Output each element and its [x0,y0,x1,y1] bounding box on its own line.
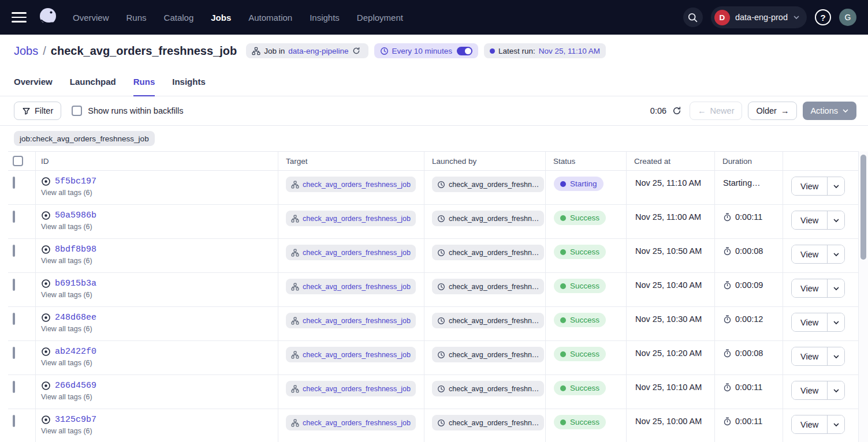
run-id-link[interactable]: 50a5986b [55,211,96,220]
target-link[interactable]: check_avg_orders_freshness_job [303,351,411,359]
launched-by-chip[interactable]: check_avg_orders_freshn… [432,279,544,294]
target-chip[interactable]: check_avg_orders_freshness_job [286,245,416,260]
newer-button[interactable]: ← Newer [690,102,742,120]
view-all-tags-link[interactable]: View all tags (6) [41,325,278,333]
actions-button[interactable]: Actions [803,102,856,120]
target-link[interactable]: check_avg_orders_freshness_job [303,283,411,291]
view-dropdown-button[interactable] [827,381,844,399]
view-button[interactable]: View [792,279,827,297]
target-link[interactable]: check_avg_orders_freshness_job [303,181,411,189]
filter-button[interactable]: Filter [14,102,61,120]
dagster-logo[interactable] [36,5,60,29]
page-header: Jobs / check_avg_orders_freshness_job Jo… [0,35,868,67]
target-chip[interactable]: check_avg_orders_freshness_job [286,211,416,226]
launched-by-chip[interactable]: check_avg_orders_freshn… [432,211,544,226]
view-all-tags-link[interactable]: View all tags (6) [41,257,278,265]
view-dropdown-button[interactable] [827,415,844,433]
nav-item-catalog[interactable]: Catalog [164,13,194,23]
view-all-tags-link[interactable]: View all tags (6) [41,223,278,231]
show-backfills-checkbox[interactable] [72,106,82,116]
target-link[interactable]: check_avg_orders_freshness_job [303,215,411,223]
scrollbar-thumb[interactable] [860,155,866,260]
view-all-tags-link[interactable]: View all tags (6) [41,359,278,367]
target-chip[interactable]: check_avg_orders_freshness_job [286,381,416,396]
launched-by-chip[interactable]: check_avg_orders_freshn… [432,381,544,396]
view-button[interactable]: View [792,177,827,195]
run-id-link[interactable]: 3125c9b7 [55,415,96,425]
help-icon[interactable]: ? [815,9,831,25]
row-checkbox[interactable] [13,381,15,393]
run-id-link[interactable]: b6915b3a [55,279,96,289]
latest-run-link[interactable]: Nov 25, 11:10 AM [539,47,600,55]
tab-overview[interactable]: Overview [14,67,53,96]
workspace-switcher[interactable]: D data-eng-prod [711,6,807,28]
target-chip[interactable]: check_avg_orders_freshness_job [286,313,416,328]
view-button[interactable]: View [792,313,827,331]
row-checkbox[interactable] [13,211,15,223]
run-id-link[interactable]: 248d68ee [55,313,96,323]
nav-item-deployment[interactable]: Deployment [357,13,403,23]
run-id-link[interactable]: 5f5bc197 [55,177,96,186]
row-checkbox[interactable] [13,279,15,291]
refresh-countdown: 0:06 [650,106,666,115]
nav-item-jobs[interactable]: Jobs [211,13,231,23]
run-id-link[interactable]: ab2422f0 [55,347,96,357]
tab-runs[interactable]: Runs [133,67,155,96]
select-all-checkbox[interactable] [13,156,23,166]
view-all-tags-link[interactable]: View all tags (6) [41,427,278,435]
job-filter-tag[interactable]: job:check_avg_orders_freshness_job [14,131,155,146]
view-dropdown-button[interactable] [827,313,844,331]
view-all-tags-link[interactable]: View all tags (6) [41,393,278,401]
view-dropdown-button[interactable] [827,245,844,263]
row-checkbox[interactable] [13,245,15,257]
nav-item-insights[interactable]: Insights [310,13,340,23]
nav-item-overview[interactable]: Overview [73,13,109,23]
created-at-value: Nov 25, 11:10 AM [635,178,701,188]
view-dropdown-button[interactable] [827,347,844,365]
hamburger-menu-icon[interactable] [12,12,27,23]
run-id-link[interactable]: 8bdf8b98 [55,245,96,254]
view-all-tags-link[interactable]: View all tags (6) [41,189,278,197]
view-button[interactable]: View [792,211,827,229]
view-dropdown-button[interactable] [827,279,844,297]
nav-item-runs[interactable]: Runs [126,13,147,23]
target-link[interactable]: check_avg_orders_freshness_job [303,385,411,393]
target-chip[interactable]: check_avg_orders_freshness_job [286,347,416,362]
older-button[interactable]: Older → [748,102,797,120]
launched-by-chip[interactable]: check_avg_orders_freshn… [432,313,544,328]
row-checkbox[interactable] [13,415,15,427]
launched-by-chip[interactable]: check_avg_orders_freshn… [432,245,544,260]
refresh-icon[interactable] [672,106,681,115]
schedule-toggle[interactable] [457,47,472,55]
target-chip[interactable]: check_avg_orders_freshness_job [286,177,416,192]
search-button[interactable] [683,8,703,27]
run-id-link[interactable]: 266d4569 [55,381,96,391]
view-button[interactable]: View [792,347,827,365]
view-dropdown-button[interactable] [827,211,844,229]
row-checkbox[interactable] [13,347,15,359]
view-button[interactable]: View [792,245,827,263]
tab-insights[interactable]: Insights [172,67,206,96]
view-dropdown-button[interactable] [827,177,844,195]
launched-by-chip[interactable]: check_avg_orders_freshn… [432,177,544,192]
target-link[interactable]: check_avg_orders_freshness_job [303,249,411,257]
created-at-value: Nov 25, 10:30 AM [635,314,702,324]
launched-by-chip[interactable]: check_avg_orders_freshn… [432,347,544,362]
row-checkbox[interactable] [13,313,15,325]
code-location-link[interactable]: data-eng-pipeline [288,47,348,55]
view-button[interactable]: View [792,381,827,399]
view-button[interactable]: View [792,415,827,433]
target-link[interactable]: check_avg_orders_freshness_job [303,419,411,427]
job-graph-icon [252,47,260,55]
target-chip[interactable]: check_avg_orders_freshness_job [286,415,416,430]
target-chip[interactable]: check_avg_orders_freshness_job [286,279,416,294]
user-avatar[interactable]: G [839,9,856,26]
launched-by-chip[interactable]: check_avg_orders_freshn… [432,415,544,430]
nav-item-automation[interactable]: Automation [248,13,292,23]
reload-location-icon[interactable] [352,47,360,55]
tab-launchpad[interactable]: Launchpad [70,67,116,96]
target-link[interactable]: check_avg_orders_freshness_job [303,317,411,325]
view-all-tags-link[interactable]: View all tags (6) [41,291,278,299]
row-checkbox[interactable] [13,177,15,189]
breadcrumb-jobs-link[interactable]: Jobs [14,44,38,58]
